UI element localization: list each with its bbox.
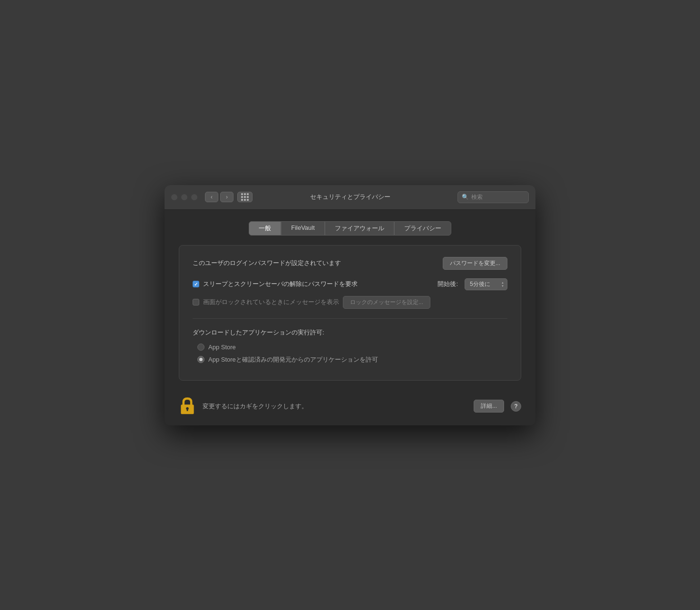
main-content: 一般 FileVault ファイアウォール プライバシー このユーザのログインパ… [165, 210, 535, 381]
tab-general[interactable]: 一般 [249, 221, 281, 236]
system-preferences-window: ‹ › セキュリティとプライバシー 🔍 検索 一般 FileVault ファイア… [165, 185, 535, 425]
footer-text: 変更するにはカギをクリックします。 [203, 402, 331, 411]
divider [193, 318, 507, 319]
close-button[interactable] [171, 194, 177, 200]
help-button[interactable]: ? [511, 401, 521, 412]
lock-screen-row: 画面がロックされているときにメッセージを表示 ロックのメッセージを設定... [193, 296, 507, 309]
maximize-button[interactable] [191, 194, 197, 200]
titlebar: ‹ › セキュリティとプライバシー 🔍 検索 [165, 185, 535, 210]
tab-firewall[interactable]: ファイアウォール [325, 221, 394, 236]
search-icon: 🔍 [462, 194, 469, 200]
sleep-checkbox-label: スリープとスクリーンセーバの解除にパスワードを要求 [203, 280, 358, 288]
delay-value: 5分後に [470, 280, 490, 288]
footer: 変更するにはカギをクリックします。 詳細... ? [165, 390, 535, 425]
svg-rect-2 [187, 408, 188, 411]
minimize-button[interactable] [181, 194, 187, 200]
radio-appstore[interactable] [197, 344, 204, 351]
lock-screen-label: 画面がロックされているときにメッセージを表示 [203, 298, 339, 306]
tab-privacy[interactable]: プライバシー [394, 221, 451, 236]
tab-filevault[interactable]: FileVault [281, 221, 325, 236]
dropdown-arrow-icon [501, 281, 504, 287]
grid-button[interactable] [237, 192, 253, 202]
radio-appstore-devs-row: App Storeと確認済みの開発元からのアプリケーションを許可 [197, 355, 507, 364]
lock-message-button[interactable]: ロックのメッセージを設定... [343, 296, 430, 309]
tabs-row: 一般 FileVault ファイアウォール プライバシー [179, 221, 521, 236]
forward-button[interactable]: › [220, 192, 233, 202]
nav-buttons: ‹ › [205, 192, 233, 202]
radio-appstore-label: App Store [208, 344, 236, 351]
search-placeholder: 検索 [471, 193, 483, 201]
grid-icon [241, 193, 249, 201]
lock-icon [179, 397, 196, 416]
lock-screen-checkbox[interactable] [193, 299, 199, 305]
password-label: このユーザのログインパスワードが設定されています [193, 259, 341, 267]
search-box[interactable]: 🔍 検索 [457, 191, 529, 203]
settings-panel: このユーザのログインパスワードが設定されています パスワードを変更... スリー… [179, 245, 521, 381]
start-label: 開始後: [438, 280, 458, 288]
sleep-checkbox[interactable] [193, 281, 199, 287]
radio-appstore-devs[interactable] [197, 356, 204, 363]
radio-appstore-devs-label: App Storeと確認済みの開発元からのアプリケーションを許可 [208, 355, 378, 364]
back-button[interactable]: ‹ [205, 192, 218, 202]
change-password-button[interactable]: パスワードを変更... [443, 257, 507, 270]
password-row: このユーザのログインパスワードが設定されています パスワードを変更... [193, 257, 507, 270]
downloads-label: ダウンロードしたアプリケーションの実行許可: [193, 328, 507, 337]
delay-dropdown[interactable]: 5分後に [465, 278, 507, 290]
details-button[interactable]: 詳細... [474, 400, 504, 413]
radio-appstore-row: App Store [197, 344, 507, 351]
sleep-checkbox-row: スリープとスクリーンセーバの解除にパスワードを要求 開始後: 5分後に [193, 278, 507, 290]
traffic-lights [171, 194, 197, 200]
window-title: セキュリティとプライバシー [310, 193, 390, 201]
